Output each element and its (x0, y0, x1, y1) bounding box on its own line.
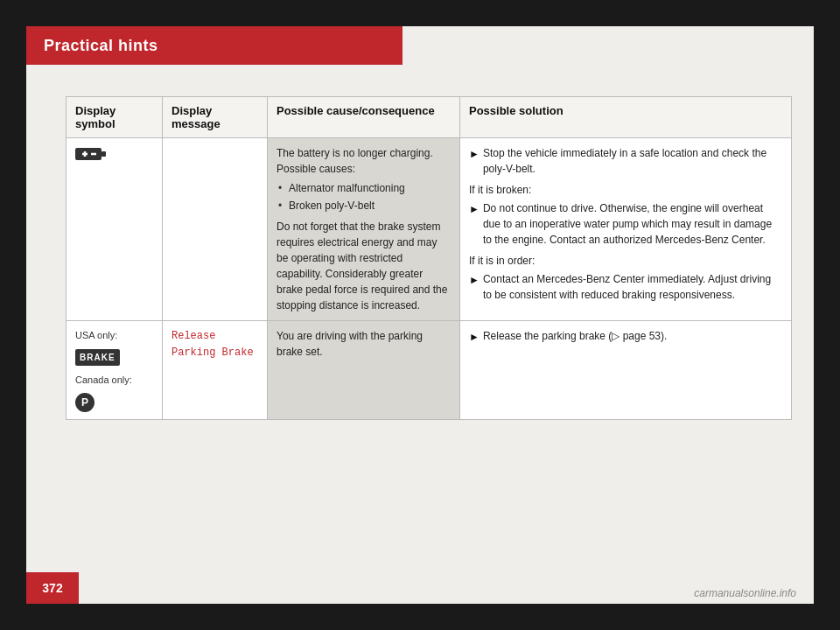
arrow-icon: ► (469, 201, 480, 248)
page-number: 372 (42, 581, 62, 595)
arrow-icon: ► (469, 272, 480, 303)
brake-badge: BRAKE (75, 349, 120, 366)
solution-text: Contact an Mercedes-Benz Center immediat… (483, 271, 782, 303)
cause-bullets: Alternator malfunctioning Broken poly-V-… (276, 180, 451, 214)
parking-message: Release Parking Brake (172, 328, 258, 361)
battery-icon (75, 145, 107, 163)
col-header-cause: Possible cause/consequence (268, 97, 460, 138)
parking-p-symbol: P (75, 393, 94, 412)
solution-item-2: ► Do not continue to drive. Otherwise, t… (469, 200, 782, 248)
solution-text: Stop the vehicle immediately in a safe l… (483, 145, 782, 177)
header-bar: Practical hints (26, 26, 402, 65)
parking-cause-text: You are driving with the parking brake s… (276, 330, 423, 358)
table-row: USA only: BRAKE Canada only: P Release P… (66, 321, 792, 420)
canada-label: Canada only: (75, 373, 153, 388)
list-item: Broken poly-V-belt (276, 198, 451, 214)
solution-text: Do not continue to drive. Otherwise, the… (483, 200, 782, 248)
table-row: The battery is no longer charging. Possi… (66, 138, 792, 321)
parking-solution-cell: ► Release the parking brake (▷ page 53). (460, 321, 792, 420)
arrow-icon: ► (469, 329, 480, 345)
main-table-container: Display symbol Display message Possible … (66, 96, 792, 525)
hints-table: Display symbol Display message Possible … (66, 96, 792, 420)
battery-message-cell (163, 138, 268, 321)
usa-label: USA only: (75, 328, 153, 343)
list-item: Alternator malfunctioning (276, 180, 451, 196)
parking-message-cell: Release Parking Brake (163, 321, 268, 420)
solution-item-3: ► Contact an Mercedes-Benz Center immedi… (469, 271, 782, 303)
arrow-icon: ► (469, 146, 480, 177)
watermark: carmanualsonline.info (694, 587, 796, 599)
parking-solution-text: Release the parking brake (▷ page 53). (483, 328, 667, 345)
message-line2: Parking Brake (172, 346, 254, 359)
table-header-row: Display symbol Display message Possible … (66, 97, 792, 138)
svg-rect-1 (102, 151, 106, 157)
parking-solution-item: ► Release the parking brake (▷ page 53). (469, 328, 782, 345)
col-header-symbol: Display symbol (66, 97, 163, 138)
page-number-box: 372 (26, 572, 79, 604)
col-header-message: Display message (163, 97, 268, 138)
parking-symbol-cell: USA only: BRAKE Canada only: P (66, 321, 163, 420)
battery-cause-cell: The battery is no longer charging. Possi… (268, 138, 460, 321)
if-broken-label: If it is broken: (469, 182, 782, 198)
battery-solution-cell: ► Stop the vehicle immediately in a safe… (460, 138, 792, 321)
message-line1: Release (172, 330, 215, 342)
cause-extra: Do not forget that the brake system requ… (276, 219, 451, 313)
parking-cause-cell: You are driving with the parking brake s… (268, 321, 460, 420)
page-title: Practical hints (44, 37, 158, 55)
if-in-order-label: If it is in order: (469, 253, 782, 269)
solution-item-1: ► Stop the vehicle immediately in a safe… (469, 145, 782, 177)
col-header-solution: Possible solution (460, 97, 792, 138)
cause-intro: The battery is no longer charging. Possi… (276, 145, 451, 177)
battery-symbol-cell (66, 138, 163, 321)
svg-rect-0 (75, 148, 102, 160)
